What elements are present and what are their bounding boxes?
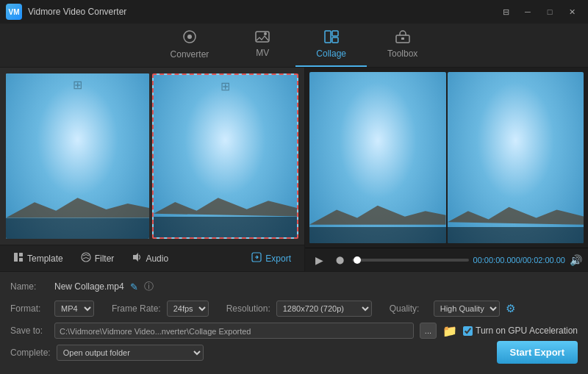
preview-mountains-1 bbox=[309, 202, 446, 226]
tab-converter[interactable]: Converter bbox=[150, 24, 230, 67]
converter-icon bbox=[182, 29, 197, 46]
filter-button[interactable]: Filter bbox=[74, 249, 122, 267]
preview-slot-1-bar bbox=[309, 227, 446, 243]
saveto-label: Save to: bbox=[10, 326, 49, 336]
complete-row: Complete: Open output folder Do nothing bbox=[10, 344, 578, 362]
time-display: 00:00:00.000/00:02:00.00 bbox=[473, 256, 565, 265]
tab-converter-label: Converter bbox=[171, 49, 209, 60]
mountains-2 bbox=[154, 193, 297, 217]
template-button[interactable]: Template bbox=[6, 249, 71, 267]
settings-area: Name: New Collage.mp4 ✎ ⓘ Format: MP4 MK… bbox=[0, 271, 588, 374]
complete-select[interactable]: Open output folder Do nothing bbox=[57, 345, 204, 361]
app-logo: VM bbox=[6, 4, 22, 20]
format-label: Format: bbox=[10, 303, 49, 314]
open-folder-button[interactable]: 📁 bbox=[442, 324, 457, 338]
gpu-checkbox-label: Turn on GPU Acceleration bbox=[463, 326, 578, 336]
progress-bar[interactable] bbox=[352, 259, 469, 262]
saveto-path: C:\Vidmore\Vidmore Video...nverter\Colla… bbox=[54, 323, 414, 339]
slot-2-icon: ⊞ bbox=[220, 79, 230, 93]
progress-dot bbox=[354, 256, 361, 264]
audio-icon bbox=[132, 252, 142, 265]
filter-icon bbox=[81, 252, 91, 265]
resolution-label: Resolution: bbox=[226, 303, 270, 314]
svg-rect-9 bbox=[14, 253, 18, 262]
mv-icon bbox=[255, 31, 270, 45]
mountains-1 bbox=[6, 195, 149, 218]
start-export-button[interactable]: Start Export bbox=[497, 341, 578, 364]
quality-select[interactable]: High Quality Standard bbox=[434, 301, 500, 317]
preview-canvas bbox=[305, 68, 588, 248]
gpu-checkbox[interactable] bbox=[463, 326, 473, 336]
svg-point-1 bbox=[187, 35, 192, 39]
filter-label: Filter bbox=[95, 253, 115, 264]
saveto-row: Save to: C:\Vidmore\Vidmore Video...nver… bbox=[10, 322, 578, 339]
name-info-icon[interactable]: ⓘ bbox=[144, 280, 154, 293]
preview-slot-2-bar bbox=[448, 227, 584, 243]
quality-label: Quality: bbox=[390, 303, 428, 314]
canvas-area: ⊞ ⊞ bbox=[0, 68, 304, 245]
titlebar: VM Vidmore Video Converter ⊟ ─ □ ✕ bbox=[0, 0, 588, 24]
video-slot-1[interactable]: ⊞ bbox=[6, 73, 149, 239]
collage-icon bbox=[324, 30, 339, 46]
preview-slot-2 bbox=[448, 72, 584, 243]
volume-button[interactable]: 🔊 bbox=[570, 254, 582, 266]
slot-2-bottom-bar bbox=[154, 217, 297, 237]
template-icon bbox=[13, 252, 24, 265]
svg-rect-6 bbox=[332, 37, 338, 43]
name-edit-icon[interactable]: ✎ bbox=[130, 281, 138, 292]
tab-toolbox[interactable]: Toolbox bbox=[367, 24, 438, 67]
caption-manager-button[interactable]: ⊟ bbox=[495, 4, 516, 19]
svg-marker-13 bbox=[133, 253, 138, 262]
audio-label: Audio bbox=[146, 253, 168, 264]
window-controls: ⊟ ─ □ ✕ bbox=[495, 4, 582, 19]
name-value: New Collage.mp4 bbox=[54, 281, 124, 292]
preview-controls: ▶ ⬤ 00:00:00.000/00:02:00.00 🔊 bbox=[305, 248, 588, 271]
svg-rect-8 bbox=[401, 37, 404, 40]
preview-panel: ▶ ⬤ 00:00:00.000/00:02:00.00 🔊 bbox=[305, 68, 588, 271]
toolbox-icon bbox=[395, 30, 410, 46]
export-icon bbox=[251, 252, 262, 265]
format-select[interactable]: MP4 MKV AVI bbox=[54, 301, 94, 317]
tab-collage[interactable]: Collage bbox=[295, 24, 367, 67]
name-row: Name: New Collage.mp4 ✎ ⓘ bbox=[10, 278, 578, 295]
svg-rect-2 bbox=[256, 32, 269, 42]
complete-label: Complete: bbox=[10, 348, 51, 358]
audio-button[interactable]: Audio bbox=[124, 249, 176, 267]
browse-button[interactable]: ... bbox=[420, 323, 437, 339]
framerate-label: Frame Rate: bbox=[112, 303, 161, 314]
stop-button[interactable]: ⬤ bbox=[331, 252, 348, 268]
export-label: Export bbox=[265, 253, 291, 264]
name-label: Name: bbox=[10, 281, 49, 292]
tab-collage-label: Collage bbox=[316, 48, 346, 59]
app-title: Vidmore Video Converter bbox=[28, 7, 495, 17]
preview-slot-1 bbox=[309, 72, 446, 243]
minimize-button[interactable]: ─ bbox=[517, 4, 538, 19]
editor-panel: ⊞ ⊞ bbox=[0, 68, 305, 271]
main-area: ⊞ ⊞ bbox=[0, 68, 588, 271]
video-slot-2[interactable]: ⊞ bbox=[152, 73, 298, 239]
slot-1-bottom-bar bbox=[6, 218, 149, 239]
framerate-select[interactable]: 24fps 30fps 60fps bbox=[167, 301, 209, 317]
svg-rect-4 bbox=[325, 31, 331, 43]
svg-point-3 bbox=[264, 32, 267, 35]
play-button[interactable]: ▶ bbox=[311, 252, 327, 268]
export-button[interactable]: Export bbox=[244, 249, 298, 267]
svg-rect-11 bbox=[19, 258, 23, 262]
format-row: Format: MP4 MKV AVI Frame Rate: 24fps 30… bbox=[10, 300, 578, 317]
quality-gear-icon[interactable]: ⚙ bbox=[506, 302, 515, 315]
tab-mv[interactable]: MV bbox=[229, 24, 295, 67]
editor-toolbar: Template Filter bbox=[0, 245, 304, 271]
nav-tabs: Converter MV Collage bbox=[0, 24, 588, 68]
resolution-select[interactable]: 1280x720 (720p) 1920x1080 (1080p) bbox=[276, 301, 372, 317]
svg-rect-10 bbox=[19, 253, 23, 256]
close-button[interactable]: ✕ bbox=[562, 4, 582, 19]
svg-rect-5 bbox=[332, 31, 338, 36]
tab-mv-label: MV bbox=[256, 48, 269, 58]
preview-mountains-2 bbox=[448, 202, 584, 226]
template-label: Template bbox=[27, 253, 63, 264]
tab-toolbox-label: Toolbox bbox=[387, 48, 417, 59]
gpu-label: Turn on GPU Acceleration bbox=[476, 326, 578, 336]
slot-1-icon: ⊞ bbox=[73, 78, 82, 92]
maximize-button[interactable]: □ bbox=[539, 4, 560, 19]
